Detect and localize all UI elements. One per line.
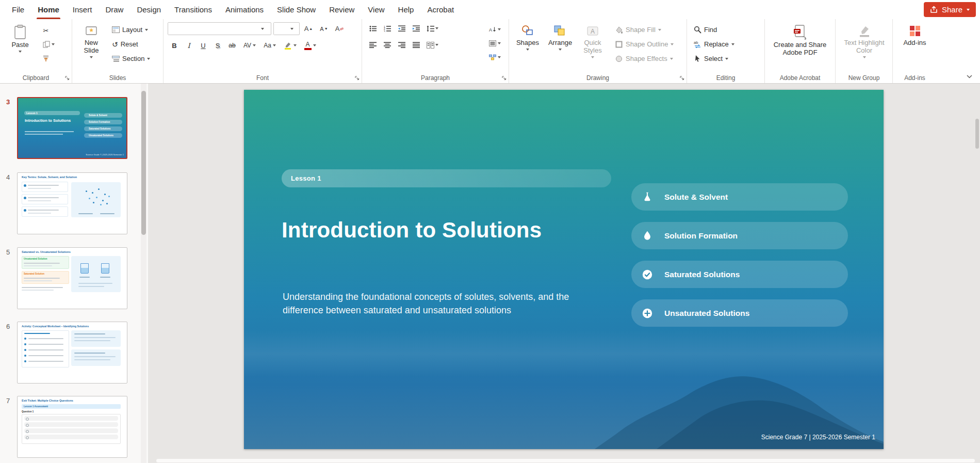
- chevron-down-icon: [52, 43, 55, 45]
- decrease-font-size-button[interactable]: A▼: [317, 23, 331, 35]
- text-highlight-color-big-button[interactable]: Text Highlight Color: [840, 22, 889, 60]
- chevron-down-icon: [293, 44, 297, 46]
- quick-styles-button[interactable]: A Quick Styles: [578, 22, 607, 60]
- reset-button[interactable]: ↺ Reset: [109, 38, 153, 51]
- underline-button[interactable]: U: [197, 39, 210, 52]
- slide-thumbnail-6[interactable]: Activity: Conceptual Worksheet – Identif…: [17, 322, 127, 384]
- addins-button[interactable]: Add-ins: [899, 22, 931, 49]
- chevron-down-icon: [967, 9, 970, 11]
- clipboard-dialog-launcher[interactable]: [64, 75, 70, 81]
- align-right-button[interactable]: [395, 39, 409, 51]
- menu-tab-help[interactable]: Help: [391, 0, 421, 19]
- paste-button[interactable]: Paste: [4, 22, 36, 55]
- paragraph-dialog-launcher[interactable]: [501, 75, 507, 81]
- slide-subtitle[interactable]: Understanding the foundational concepts …: [283, 290, 608, 317]
- topic-pill-unsaturated-solutions[interactable]: Unsaturated Solutions: [631, 299, 848, 327]
- arrange-button[interactable]: Arrange: [545, 22, 575, 53]
- thumbnail-scrollbar[interactable]: [141, 84, 146, 463]
- shapes-icon: [521, 24, 534, 38]
- layout-button[interactable]: Layout: [109, 23, 153, 36]
- increase-font-size-button[interactable]: A▲: [302, 23, 315, 35]
- convert-to-smartart-button[interactable]: [485, 51, 504, 63]
- slide-footer[interactable]: Science Grade 7 | 2025-2026 Semester 1: [761, 434, 875, 441]
- create-share-pdf-button[interactable]: Create and Share Adobe PDF: [772, 22, 828, 59]
- menu-tab-label: Transitions: [174, 5, 212, 14]
- menu-tab-transitions[interactable]: Transitions: [168, 0, 219, 19]
- copy-button[interactable]: [39, 38, 58, 51]
- align-left-button[interactable]: [366, 39, 380, 51]
- menu-tab-review[interactable]: Review: [322, 0, 361, 19]
- character-spacing-button[interactable]: AV: [240, 39, 259, 52]
- group-label: Editing: [687, 74, 764, 82]
- font-size-input[interactable]: [274, 23, 290, 35]
- topic-pill-solute-solvent[interactable]: Solute & Solvent: [631, 183, 848, 211]
- font-name-input[interactable]: [168, 23, 261, 35]
- share-button[interactable]: Share: [924, 2, 976, 17]
- topic-label: Solute & Solvent: [664, 193, 728, 202]
- font-dialog-launcher[interactable]: [354, 75, 360, 81]
- text-direction-button[interactable]: A: [485, 23, 504, 36]
- eraser-icon: [340, 27, 344, 30]
- slide-thumbnail-7[interactable]: Exit Ticket: Multiple Choice Questions L…: [17, 396, 127, 458]
- lesson-badge[interactable]: Lesson 1: [282, 169, 611, 187]
- droplet-icon: [642, 230, 653, 242]
- chevron-down-icon: [290, 28, 293, 30]
- select-button[interactable]: Select: [691, 52, 760, 65]
- line-spacing-button[interactable]: [424, 22, 440, 35]
- ribbon-group-addins: Add-ins Add-ins: [893, 19, 937, 83]
- chevron-down-icon: [658, 29, 661, 31]
- chevron-down-icon: [498, 28, 501, 30]
- slide-title[interactable]: Introduction to Solutions: [282, 218, 542, 243]
- menu-tab-home[interactable]: Home: [31, 0, 66, 19]
- collapse-ribbon-button[interactable]: [966, 74, 973, 79]
- font-color-button[interactable]: A: [301, 39, 319, 52]
- align-center-button[interactable]: [381, 39, 394, 51]
- slide-thumbnail-4[interactable]: Key Terms: Solute, Solvent, and Solution: [17, 172, 127, 234]
- shape-effects-button[interactable]: Shape Effects: [612, 52, 676, 65]
- increase-indent-button[interactable]: [410, 22, 423, 35]
- format-painter-button[interactable]: [39, 52, 53, 65]
- text-highlight-color-button[interactable]: [280, 39, 300, 52]
- slide-canvas[interactable]: Lesson 1 Introduction to Solutions Under…: [244, 90, 884, 449]
- topic-pill-saturated-solutions[interactable]: Saturated Solutions: [631, 261, 848, 288]
- find-button[interactable]: Find: [691, 23, 760, 36]
- italic-button[interactable]: I: [182, 39, 195, 52]
- thumbnail-scrollbar-thumb[interactable]: [141, 91, 146, 235]
- menu-tab-draw[interactable]: Draw: [99, 0, 130, 19]
- reset-icon: ↺: [112, 41, 118, 48]
- clear-formatting-button[interactable]: A: [333, 23, 346, 35]
- replace-button[interactable]: ab Replace: [691, 38, 760, 51]
- shape-fill-button[interactable]: Shape Fill: [612, 23, 676, 36]
- decrease-indent-button[interactable]: [395, 22, 409, 35]
- new-slide-button[interactable]: New Slide: [76, 22, 106, 60]
- horizontal-scrollbar[interactable]: [156, 459, 975, 462]
- menu-tab-view[interactable]: View: [361, 0, 391, 19]
- drawing-dialog-launcher[interactable]: [679, 75, 685, 81]
- topic-pill-solution-formation[interactable]: Solution Formation: [631, 222, 848, 249]
- justify-button[interactable]: [410, 39, 423, 51]
- slide-editor-canvas[interactable]: Lesson 1 Introduction to Solutions Under…: [148, 84, 980, 463]
- shape-outline-button[interactable]: Shape Outline: [612, 38, 676, 51]
- numbering-button[interactable]: 123: [381, 22, 394, 35]
- topic-label: Saturated Solutions: [664, 270, 740, 279]
- columns-button[interactable]: [424, 39, 440, 51]
- shapes-button[interactable]: Shapes: [513, 22, 542, 53]
- align-text-button[interactable]: [485, 37, 504, 50]
- cut-button[interactable]: ✂: [39, 24, 53, 37]
- menu-tab-file[interactable]: File: [5, 0, 31, 19]
- menu-tab-animations[interactable]: Animations: [219, 0, 270, 19]
- section-button[interactable]: Section: [109, 52, 153, 65]
- slide-thumbnail-5[interactable]: Saturated vs. Unsaturated Solutions Unsa…: [17, 247, 127, 309]
- menu-tab-design[interactable]: Design: [130, 0, 168, 19]
- menu-tab-insert[interactable]: Insert: [66, 0, 99, 19]
- slide-thumbnail-3[interactable]: Lesson 1 Introduction to Solutions Solut…: [17, 97, 127, 159]
- strikethrough-button[interactable]: ab: [225, 39, 239, 52]
- bold-button[interactable]: B: [168, 39, 181, 52]
- menu-tab-acrobat[interactable]: Acrobat: [420, 0, 461, 19]
- canvas-scrollbar-thumb[interactable]: [975, 119, 979, 149]
- menu-tab-slide-show[interactable]: Slide Show: [270, 0, 322, 19]
- text-shadow-button[interactable]: S: [211, 39, 224, 52]
- change-case-button[interactable]: Aa: [260, 39, 279, 52]
- menu-tab-label: Acrobat: [427, 5, 454, 14]
- bullets-button[interactable]: [366, 22, 380, 35]
